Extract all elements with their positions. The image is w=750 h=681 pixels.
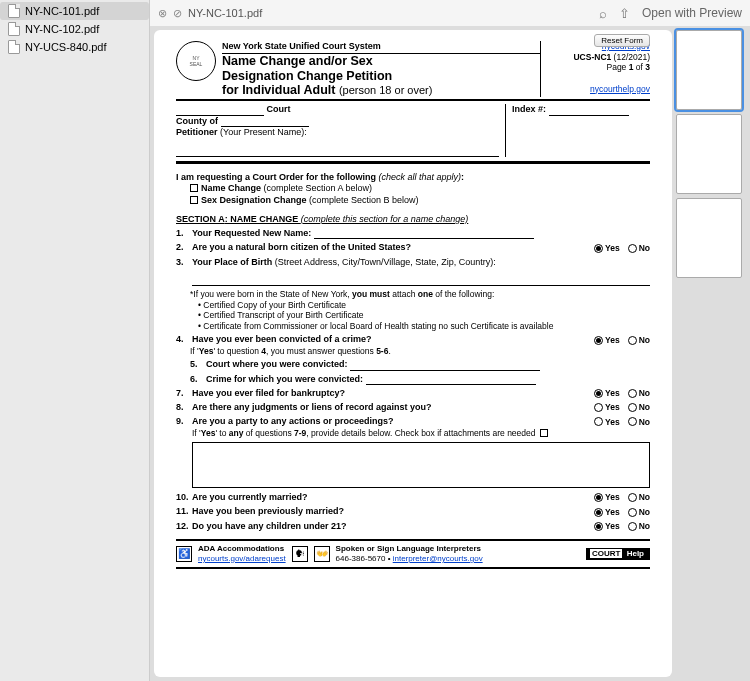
q9-instruction: If 'Yes' to any of questions 7-9, provid… (192, 428, 650, 439)
details-textarea[interactable] (192, 442, 650, 488)
q11-no-radio[interactable]: No (628, 506, 650, 517)
q12-no-radio[interactable]: No (628, 521, 650, 532)
q12-yes-radio[interactable]: Yes (594, 521, 620, 532)
question-4: 4. Have you ever been convicted of a cri… (176, 334, 650, 345)
close-icon[interactable]: ⊗ (158, 7, 167, 20)
q2-no-radio[interactable]: No (628, 242, 650, 253)
interpreter-link[interactable]: interpreter@nycourts.gov (393, 554, 483, 563)
open-with-preview-button[interactable]: Open with Preview (642, 6, 742, 20)
main-pane: ⊗ ⊘ NY-NC-101.pdf ⌕ ⇧ Open with Preview … (150, 0, 750, 681)
birthplace-field[interactable] (192, 276, 650, 286)
file-name: NY-NC-101.pdf (25, 5, 99, 17)
pdf-icon (8, 22, 20, 36)
question-3: 3. Your Place of Birth (Street Address, … (176, 257, 650, 286)
q7-yes-radio[interactable]: Yes (594, 388, 620, 399)
court-system-name: New York State Unified Court System (222, 41, 540, 54)
q4-no-radio[interactable]: No (628, 334, 650, 345)
new-name-field[interactable] (314, 230, 534, 239)
q2-yes-radio[interactable]: Yes (594, 242, 620, 253)
question-9: 9. Are you a party to any actions or pro… (176, 416, 650, 427)
conviction-court-field[interactable] (350, 362, 540, 371)
q11-yes-radio[interactable]: Yes (594, 506, 620, 517)
ada-link[interactable]: nycourts.gov/adarequest (198, 554, 286, 564)
form-title: Name Change and/or Sex Designation Chang… (222, 54, 540, 97)
nycourthelp-link[interactable]: nycourthelp.gov (590, 84, 650, 94)
form-meta: nycourts.gov UCS-NC1 (12/2021) Page 1 of… (540, 41, 650, 97)
question-6: 6. Crime for which you were convicted: (190, 374, 650, 385)
q10-yes-radio[interactable]: Yes (594, 492, 620, 503)
sex-designation-checkbox[interactable] (190, 196, 198, 204)
file-item[interactable]: NY-UCS-840.pdf (0, 38, 149, 56)
name-change-checkbox[interactable] (190, 184, 198, 192)
courthelp-logo: COURT Help (586, 548, 650, 560)
q4-yes-radio[interactable]: Yes (594, 334, 620, 345)
reset-form-button[interactable]: Reset Form (594, 34, 650, 47)
document-title: NY-NC-101.pdf (188, 7, 262, 19)
page-thumbnail-1[interactable] (676, 30, 742, 110)
sign-language-icon: 👐 (314, 546, 330, 562)
birth-certificate-note: *If you were born in the State of New Yo… (190, 289, 650, 332)
page-thumbnail-3[interactable] (676, 198, 742, 278)
pdf-viewer: Reset Form NYSEAL New York State Unified… (150, 26, 750, 681)
question-7: 7. Have you ever filed for bankruptcy? Y… (176, 388, 650, 399)
pdf-icon (8, 4, 20, 18)
crime-field[interactable] (366, 376, 536, 385)
question-12: 12. Do you have any children under 21? Y… (176, 521, 650, 532)
q8-yes-radio[interactable]: Yes (594, 402, 620, 413)
case-caption: Court County of Petitioner (Your Present… (176, 104, 650, 164)
file-item[interactable]: NY-NC-101.pdf (0, 2, 149, 20)
petitioner-name-field[interactable] (176, 147, 499, 157)
question-5: 5. Court where you were convicted: (190, 359, 650, 370)
question-8: 8. Are there any judgments or liens of r… (176, 402, 650, 413)
q4-instruction: If 'Yes' to question 4, you must answer … (190, 346, 650, 357)
interpreter-icon: 🗣 (292, 546, 308, 562)
file-name: NY-UCS-840.pdf (25, 41, 107, 53)
expand-icon[interactable]: ⊘ (173, 7, 182, 20)
court-name-field[interactable] (176, 107, 264, 116)
form-footer: ♿ ADA Accommodations nycourts.gov/adareq… (176, 539, 650, 569)
q9-yes-radio[interactable]: Yes (594, 416, 620, 427)
section-a-heading: SECTION A: NAME CHANGE (complete this se… (176, 214, 650, 225)
file-sidebar: NY-NC-101.pdf NY-NC-102.pdf NY-UCS-840.p… (0, 0, 150, 681)
state-seal-icon: NYSEAL (176, 41, 216, 81)
form-header: NYSEAL New York State Unified Court Syst… (176, 41, 650, 101)
q9-no-radio[interactable]: No (628, 416, 650, 427)
q10-no-radio[interactable]: No (628, 492, 650, 503)
accessibility-icon: ♿ (176, 546, 192, 562)
question-10: 10. Are you currently married? Yes No (176, 492, 650, 503)
pdf-page[interactable]: Reset Form NYSEAL New York State Unified… (154, 30, 672, 677)
question-1: 1. Your Requested New Name: (176, 228, 650, 239)
thumbnail-panel (676, 30, 746, 677)
county-field[interactable] (221, 118, 309, 127)
question-11: 11. Have you been previously married? Ye… (176, 506, 650, 517)
q8-no-radio[interactable]: No (628, 402, 650, 413)
page-thumbnail-2[interactable] (676, 114, 742, 194)
preview-toolbar: ⊗ ⊘ NY-NC-101.pdf ⌕ ⇧ Open with Preview (150, 0, 750, 26)
question-2: 2. Are you a natural born citizen of the… (176, 242, 650, 253)
share-icon[interactable]: ⇧ (619, 6, 630, 21)
index-number-field[interactable] (549, 107, 629, 116)
request-intro: I am requesting a Court Order for the fo… (176, 172, 650, 206)
search-icon[interactable]: ⌕ (599, 6, 607, 21)
attachments-checkbox[interactable] (540, 429, 548, 437)
file-name: NY-NC-102.pdf (25, 23, 99, 35)
pdf-icon (8, 40, 20, 54)
q7-no-radio[interactable]: No (628, 388, 650, 399)
file-item[interactable]: NY-NC-102.pdf (0, 20, 149, 38)
